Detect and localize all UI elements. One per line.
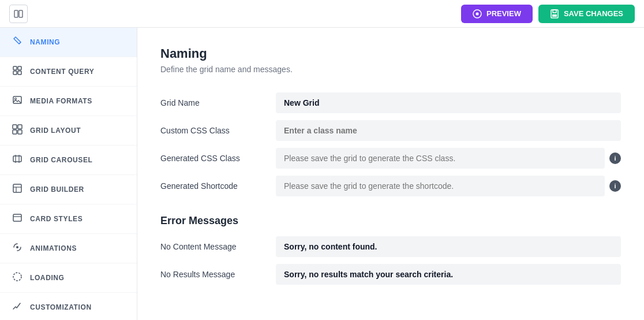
sidebar-toggle-button[interactable] [9,5,28,23]
generated-css-row: Generated CSS Class i [160,148,621,169]
card-styles-icon [12,213,23,225]
sidebar-item-grid-carousel[interactable]: GRID CAROUSEL [0,146,137,175]
svg-rect-5 [553,10,556,13]
generated-css-input[interactable] [276,148,605,169]
svg-rect-1 [19,10,23,17]
svg-rect-8 [18,66,21,70]
sidebar-item-content-query-label: CONTENT QUERY [30,68,94,76]
custom-css-input-wrap [276,120,621,141]
generated-css-input-wrap: i [276,148,621,169]
sidebar-item-content-query[interactable]: CONTENT QUERY [0,57,137,87]
error-messages-section: Error Messages No Content Message No Res… [160,215,621,285]
sidebar-item-animations-label: ANIMATIONS [30,244,77,252]
grid-name-input-wrap [276,92,621,113]
svg-point-25 [16,246,18,248]
svg-rect-16 [18,130,22,134]
no-results-label: No Results Message [160,270,276,279]
naming-icon [12,36,23,49]
custom-css-row: Custom CSS Class [160,120,621,141]
grid-name-input[interactable] [276,92,621,113]
custom-css-label: Custom CSS Class [160,126,276,135]
grid-name-label: Grid Name [160,98,276,107]
svg-rect-10 [18,71,21,75]
sidebar-item-media-formats-label: MEDIA FORMATS [30,97,92,105]
svg-rect-9 [13,71,17,75]
generated-shortcode-label: Generated Shortcode [160,181,276,191]
save-button[interactable]: SAVE CHANGES [538,5,635,23]
generated-shortcode-row: Generated Shortcode i [160,176,621,196]
preview-button[interactable]: PREVIEW [461,5,533,23]
media-formats-icon [12,95,23,107]
sidebar-item-card-styles-label: CARD STYLES [30,215,83,223]
sidebar-item-card-styles[interactable]: CARD STYLES [0,204,137,234]
naming-form-section: Grid Name Custom CSS Class Generated CSS… [160,92,621,196]
no-content-row: No Content Message [160,236,621,257]
grid-name-row: Grid Name [160,92,621,113]
content-area: Naming Define the grid name and messages… [137,28,644,320]
sidebar-item-loading-label: LOADING [30,274,65,282]
sidebar-item-grid-carousel-label: GRID CAROUSEL [30,156,92,164]
sidebar-item-loading[interactable]: LOADING [0,263,137,293]
svg-point-12 [15,98,17,100]
page-title: Naming [160,46,621,61]
svg-rect-6 [552,14,557,17]
generated-shortcode-info-icon[interactable]: i [609,180,621,192]
no-results-row: No Results Message [160,264,621,285]
no-content-input[interactable] [276,236,621,257]
sidebar-toggle-icon [14,9,23,18]
sidebar-item-grid-builder-label: GRID BUILDER [30,185,84,194]
svg-rect-7 [13,66,17,70]
svg-rect-17 [13,156,21,162]
main-layout: NAMING CONTENT QUERY MEDIA FORMATS GRID … [0,28,644,320]
sidebar: NAMING CONTENT QUERY MEDIA FORMATS GRID … [0,28,137,320]
generated-shortcode-input-wrap: i [276,176,621,196]
generated-css-label: Generated CSS Class [160,154,276,163]
sidebar-item-media-formats[interactable]: MEDIA FORMATS [0,87,137,116]
generated-css-info-icon[interactable]: i [609,152,621,164]
sidebar-item-animations[interactable]: ANIMATIONS [0,234,137,263]
svg-rect-23 [13,214,21,221]
custom-css-input[interactable] [276,120,621,141]
sidebar-item-grid-layout-label: GRID LAYOUT [30,126,81,135]
preview-label: PREVIEW [486,9,521,18]
svg-point-3 [475,12,478,15]
sidebar-item-naming[interactable]: NAMING [0,28,137,57]
preview-icon [473,9,482,18]
no-content-input-wrap [276,236,621,257]
save-icon [550,9,559,18]
svg-rect-14 [18,125,22,129]
svg-rect-0 [14,10,18,17]
content-query-icon [12,65,23,78]
grid-carousel-icon [12,154,23,166]
no-results-input-wrap [276,264,621,285]
no-results-input[interactable] [276,264,621,285]
sidebar-item-grid-layout[interactable]: GRID LAYOUT [0,116,137,146]
page-subtitle: Define the grid name and messages. [160,65,621,74]
svg-rect-20 [13,184,21,192]
generated-shortcode-input[interactable] [276,176,605,196]
sidebar-item-naming-label: NAMING [30,38,60,46]
sidebar-item-grid-builder[interactable]: GRID BUILDER [0,175,137,204]
sidebar-item-customization-label: CUSTOMIZATION [30,303,92,311]
customization-icon [12,301,23,314]
grid-builder-icon [12,183,23,196]
svg-rect-15 [13,130,17,134]
svg-point-26 [13,273,21,281]
grid-layout-icon [12,124,23,137]
no-content-label: No Content Message [160,242,276,251]
topbar: PREVIEW SAVE CHANGES [0,0,644,28]
error-messages-heading: Error Messages [160,215,621,227]
topbar-left [9,5,28,23]
svg-rect-13 [13,125,17,129]
save-label: SAVE CHANGES [564,9,623,18]
loading-icon [12,271,23,284]
animations-icon [12,242,23,255]
sidebar-item-customization[interactable]: CUSTOMIZATION [0,293,137,320]
